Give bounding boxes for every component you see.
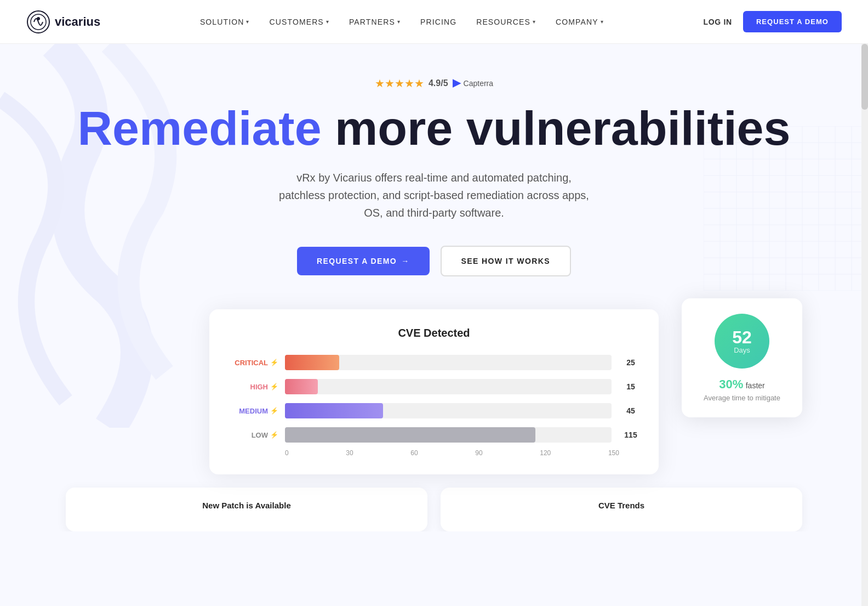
bar-value-medium: 45 — [623, 406, 639, 415]
rating-score: 4.9/5 — [429, 78, 448, 88]
chevron-down-icon: ▾ — [326, 19, 329, 25]
bar-value-critical: 25 — [623, 358, 639, 367]
bar-label-critical: CRITICAL ⚡ — [229, 359, 278, 367]
x-axis-tick: 60 — [410, 449, 418, 457]
nav-item-solution[interactable]: SOLUTION ▾ — [200, 18, 250, 26]
nav-item-resources[interactable]: RESOURCES ▾ — [476, 18, 536, 26]
x-axis-tick: 90 — [475, 449, 482, 457]
bar-label-high: HIGH ⚡ — [229, 383, 278, 391]
scrollbar-thumb[interactable] — [861, 44, 868, 110]
mitigate-description: Average time to mitigate — [699, 394, 785, 402]
request-demo-button[interactable]: REQUEST A DEMO — [743, 11, 842, 32]
rating-row: ★★★★★ 4.9/5 Capterra — [22, 77, 846, 90]
bolt-icon: ⚡ — [270, 383, 278, 390]
scrollbar[interactable] — [861, 0, 868, 606]
hero-subtitle: vRx by Vicarius offers real-time and aut… — [275, 169, 593, 222]
chevron-down-icon: ▾ — [533, 19, 536, 25]
x-axis-tick: 150 — [608, 449, 619, 457]
days-label: Days — [734, 346, 750, 354]
hero-buttons: REQUEST A DEMO → SEE HOW IT WORKS — [22, 246, 846, 276]
bar-row-low: LOW ⚡115 — [229, 427, 639, 443]
x-axis-tick: 0 — [285, 449, 289, 457]
nav-item-company[interactable]: COMPANY ▾ — [556, 18, 604, 26]
bar-row-critical: CRITICAL ⚡25 — [229, 355, 639, 370]
days-number: 52 — [732, 329, 752, 346]
bar-track-critical — [285, 355, 612, 370]
nav-item-customers[interactable]: CUSTOMERS ▾ — [270, 18, 329, 26]
nav-item-partners[interactable]: PARTNERS ▾ — [349, 18, 401, 26]
bolt-icon: ⚡ — [270, 359, 278, 366]
login-button[interactable]: LOG IN — [704, 18, 732, 26]
cve-trends-card: CVE Trends — [441, 488, 802, 531]
nav-links: SOLUTION ▾ CUSTOMERS ▾ PARTNERS ▾ PRICIN… — [200, 18, 604, 26]
bar-label-medium: MEDIUM ⚡ — [229, 407, 278, 415]
bottom-cards: New Patch is Available CVE Trends — [22, 474, 846, 531]
star-rating: ★★★★★ — [375, 77, 424, 90]
chevron-down-icon: ▾ — [397, 19, 401, 25]
mitigate-stats: 30% faster — [699, 377, 785, 392]
bar-track-high — [285, 379, 612, 394]
mitigate-percent: 30% — [719, 377, 743, 391]
new-patch-card: New Patch is Available — [66, 488, 427, 531]
bolt-icon: ⚡ — [270, 431, 278, 439]
bar-row-high: HIGH ⚡15 — [229, 379, 639, 394]
x-axis-tick: 120 — [540, 449, 551, 457]
bar-fill-low — [285, 427, 535, 443]
hero-title: Remediate more vulnerabilities — [22, 103, 846, 154]
capterra-flag-icon — [453, 79, 461, 88]
dashboard-area: CVE Detected CRITICAL ⚡25HIGH ⚡15MEDIUM … — [22, 309, 846, 474]
bar-fill-critical — [285, 355, 339, 370]
bar-track-low — [285, 427, 612, 443]
bar-value-low: 115 — [623, 431, 639, 439]
hero-section: ★★★★★ 4.9/5 Capterra Remediate more vuln… — [0, 44, 868, 531]
hero-see-how-button[interactable]: SEE HOW IT WORKS — [441, 246, 571, 276]
chevron-down-icon: ▾ — [246, 19, 249, 25]
bar-chart: CRITICAL ⚡25HIGH ⚡15MEDIUM ⚡45LOW ⚡115 — [229, 355, 639, 443]
days-circle: 52 Days — [715, 314, 769, 369]
hero-title-accent: Remediate — [78, 101, 322, 155]
logo[interactable]: vicarius — [26, 10, 100, 34]
logo-icon — [26, 10, 50, 34]
mitigate-card: 52 Days 30% faster Average time to mitig… — [682, 298, 802, 417]
bolt-icon: ⚡ — [270, 407, 278, 415]
hero-demo-button[interactable]: REQUEST A DEMO → — [297, 247, 430, 275]
bar-fill-high — [285, 379, 318, 394]
bar-fill-medium — [285, 403, 383, 418]
cve-detected-card: CVE Detected CRITICAL ⚡25HIGH ⚡15MEDIUM … — [209, 309, 659, 474]
x-axis-tick: 30 — [346, 449, 353, 457]
chevron-down-icon: ▾ — [601, 19, 604, 25]
logo-text: vicarius — [55, 15, 100, 29]
bar-row-medium: MEDIUM ⚡45 — [229, 403, 639, 418]
x-axis: 0306090120150 — [229, 449, 639, 457]
arrow-right-icon: → — [401, 257, 409, 265]
new-patch-title: New Patch is Available — [81, 501, 412, 510]
bar-label-low: LOW ⚡ — [229, 431, 278, 439]
svg-point-2 — [37, 17, 40, 20]
hero-title-dark: more vulnerabilities — [322, 101, 791, 155]
navbar: vicarius SOLUTION ▾ CUSTOMERS ▾ PARTNERS… — [0, 0, 868, 44]
cve-card-title: CVE Detected — [229, 327, 639, 339]
cve-trends-title: CVE Trends — [456, 501, 787, 510]
nav-actions: LOG IN REQUEST A DEMO — [704, 11, 842, 32]
bar-value-high: 15 — [623, 382, 639, 391]
nav-item-pricing[interactable]: PRICING — [420, 18, 456, 26]
bar-track-medium — [285, 403, 612, 418]
capterra-logo: Capterra — [453, 79, 493, 88]
